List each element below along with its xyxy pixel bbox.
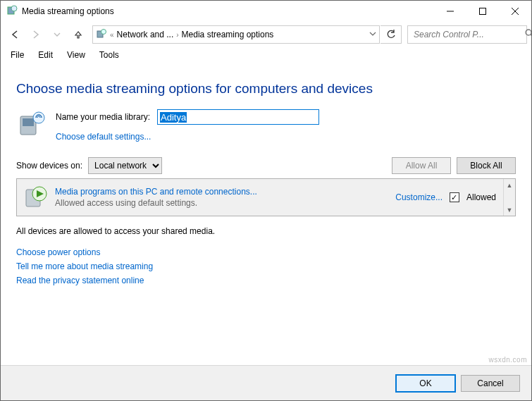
- content-area: Choose media streaming options for compu…: [1, 63, 531, 365]
- address-icon: [96, 28, 107, 42]
- watermark: wsxdn.com: [488, 356, 527, 364]
- address-bar[interactable]: « Network and ... › Media streaming opti…: [92, 25, 380, 44]
- library-name-input[interactable]: Aditya: [157, 109, 319, 125]
- device-list: Media programs on this PC and remote con…: [16, 178, 516, 216]
- scrollbar[interactable]: ▲ ▼: [503, 179, 515, 216]
- device-icon: [24, 185, 48, 209]
- chevron-left-icon: «: [110, 31, 114, 39]
- show-devices-dropdown[interactable]: Local network: [88, 157, 162, 174]
- allow-all-button[interactable]: Allow All: [392, 157, 451, 174]
- titlebar: Media streaming options: [1, 1, 531, 22]
- svg-rect-11: [23, 118, 34, 126]
- library-name-value: Aditya: [160, 112, 187, 123]
- library-name-label: Name your media library:: [56, 112, 150, 122]
- device-title-link[interactable]: Media programs on this PC and remote con…: [55, 187, 257, 197]
- chevron-right-icon: ›: [176, 31, 178, 39]
- up-button[interactable]: [68, 25, 88, 44]
- cancel-button[interactable]: Cancel: [461, 375, 520, 392]
- back-button[interactable]: [5, 25, 25, 44]
- navbar: « Network and ... › Media streaming opti…: [1, 22, 531, 47]
- svg-point-8: [526, 30, 531, 35]
- device-subtitle: Allowed access using default settings.: [55, 198, 257, 208]
- search-box[interactable]: [407, 25, 527, 44]
- forward-button[interactable]: [26, 25, 46, 44]
- svg-point-1: [11, 6, 17, 11]
- breadcrumb-current[interactable]: Media streaming options: [182, 30, 274, 39]
- scroll-up-button[interactable]: ▲: [504, 179, 515, 191]
- close-button[interactable]: [499, 1, 531, 22]
- customize-link[interactable]: Customize...: [395, 192, 443, 202]
- refresh-button[interactable]: [381, 25, 402, 44]
- address-history-dropdown[interactable]: [369, 30, 376, 39]
- choose-default-settings-link[interactable]: Choose default settings...: [56, 132, 319, 142]
- svg-point-7: [101, 29, 106, 34]
- footer: OK Cancel: [1, 365, 531, 400]
- app-icon: [6, 5, 18, 18]
- menubar: File Edit View Tools: [1, 47, 531, 63]
- power-options-link[interactable]: Choose power options: [16, 247, 516, 257]
- recent-dropdown[interactable]: [47, 25, 67, 44]
- maximize-button[interactable]: [466, 1, 499, 22]
- svg-point-12: [33, 112, 44, 123]
- allowed-checkbox[interactable]: ✓: [450, 192, 459, 202]
- window-title: Media streaming options: [22, 6, 114, 16]
- privacy-link[interactable]: Read the privacy statement online: [16, 276, 516, 285]
- menu-tools[interactable]: Tools: [94, 49, 125, 61]
- library-icon: [16, 109, 46, 139]
- more-info-link[interactable]: Tell me more about media streaming: [16, 261, 516, 271]
- device-row[interactable]: Media programs on this PC and remote con…: [17, 179, 503, 216]
- menu-view[interactable]: View: [61, 49, 91, 61]
- summary-text: All devices are allowed to access your s…: [16, 226, 516, 236]
- search-input[interactable]: [412, 29, 521, 40]
- svg-rect-3: [480, 8, 486, 15]
- minimize-button[interactable]: [434, 1, 466, 22]
- breadcrumb-network[interactable]: Network and ...: [117, 30, 174, 39]
- search-icon[interactable]: [525, 29, 532, 40]
- block-all-button[interactable]: Block All: [457, 157, 516, 174]
- show-devices-label: Show devices on:: [16, 161, 82, 171]
- allowed-label: Allowed: [466, 192, 496, 202]
- menu-edit[interactable]: Edit: [32, 49, 58, 61]
- page-heading: Choose media streaming options for compu…: [16, 81, 516, 97]
- ok-button[interactable]: OK: [396, 375, 455, 392]
- scroll-down-button[interactable]: ▼: [504, 204, 515, 216]
- menu-file[interactable]: File: [5, 49, 30, 61]
